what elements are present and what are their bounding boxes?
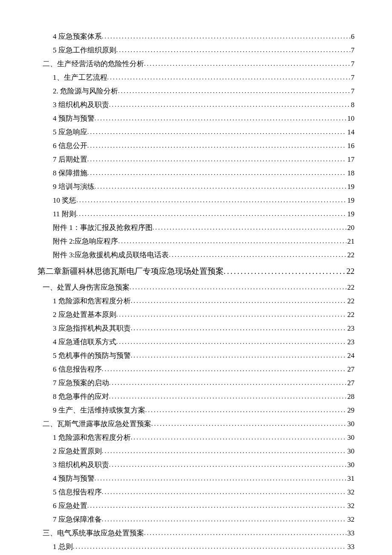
- toc-entry-title: 3 组织机构及职责: [53, 458, 109, 472]
- toc-entry-title: 4 应急预案体系: [53, 30, 102, 44]
- toc-entry[interactable]: 1 危险源和危害程度分析22: [37, 294, 355, 308]
- toc-entry[interactable]: 9 生产、生活维持或恢复方案29: [37, 404, 355, 417]
- toc-entry-page: 7: [350, 44, 355, 57]
- toc-entry-page: 31: [346, 472, 355, 485]
- toc-entry-page: 23: [346, 322, 355, 335]
- toc-entry-page: 33: [346, 540, 355, 554]
- toc-entry-title: 附件 1：事故汇报及抢救程序图: [53, 221, 153, 235]
- toc-entry-page: 19: [346, 194, 355, 207]
- toc-leader-dots: [95, 472, 346, 485]
- toc-entry-title: 8 保障措施: [53, 166, 87, 180]
- toc-entry[interactable]: 2 应急处置原则30: [37, 445, 355, 458]
- toc-entry-title: 4 应急通信联系方式: [53, 335, 116, 349]
- toc-entry[interactable]: 2 应急处置基本原则22: [37, 308, 355, 322]
- toc-leader-dots: [102, 513, 346, 526]
- toc-entry[interactable]: 7 应急保障准备32: [37, 513, 355, 526]
- toc-entry[interactable]: 三、电气系统事故应急处置预案 33: [37, 526, 355, 540]
- toc-entry[interactable]: 2. 危险源与风险分析 7: [37, 84, 355, 98]
- toc-entry[interactable]: 5 信息报告程序32: [37, 485, 355, 499]
- toc-entry-page: 16: [346, 139, 355, 153]
- toc-leader-dots: [131, 349, 346, 362]
- toc-entry-page: 17: [346, 153, 355, 166]
- toc-entry-title: 5 应急响应: [53, 125, 87, 139]
- toc-entry-title: 三、电气系统事故应急处置预案: [43, 526, 144, 540]
- toc-leader-dots: [151, 417, 346, 430]
- toc-entry[interactable]: 4 应急预案体系6: [37, 30, 355, 44]
- toc-entry-title: 7 后期处置: [53, 153, 87, 166]
- toc-leader-dots: [144, 526, 346, 540]
- toc-entry-page: 30: [346, 458, 355, 472]
- toc-entry[interactable]: 第二章新疆科林思德瓦斯电厂专项应急现场处置预案22: [37, 262, 355, 281]
- toc-leader-dots: [102, 30, 350, 43]
- toc-entry[interactable]: 7 后期处置17: [37, 153, 355, 166]
- toc-entry-title: 5 应急工作组织原则: [53, 44, 116, 57]
- toc-entry[interactable]: 8 保障措施18: [37, 166, 355, 180]
- toc-entry-page: 20: [346, 221, 355, 235]
- toc-entry-page: 22: [346, 248, 355, 262]
- toc-entry[interactable]: 4 预防与预警31: [37, 472, 355, 485]
- toc-leader-dots: [87, 166, 346, 180]
- toc-entry[interactable]: 3 组织机构及职责8: [37, 98, 355, 112]
- toc-leader-dots: [76, 194, 346, 207]
- toc-entry[interactable]: 附件 2:应急响应程序21: [37, 235, 355, 248]
- toc-entry-page: 22: [346, 308, 355, 322]
- toc-leader-dots: [116, 308, 346, 321]
- toc-entry-title: 3 应急指挥机构及其职责: [53, 322, 131, 335]
- toc-entry-page: 14: [346, 125, 355, 139]
- toc-entry[interactable]: 4 预防与预警10: [37, 112, 355, 125]
- toc-entry[interactable]: 6 信息报告程序27: [37, 363, 355, 376]
- toc-entry[interactable]: 一、处置人身伤害应急预案 22: [37, 281, 355, 294]
- toc-entry-page: 21: [346, 235, 355, 248]
- toc-entry[interactable]: 4 应急通信联系方式23: [37, 335, 355, 349]
- toc-entry-page: 24: [346, 349, 355, 363]
- toc-entry-title: 附件 3:应急救援机构成员联络电话表: [53, 248, 169, 262]
- toc-entry[interactable]: 5 应急响应14: [37, 125, 355, 139]
- toc-leader-dots: [109, 390, 346, 403]
- toc-leader-dots: [118, 84, 350, 98]
- toc-entry-page: 8: [350, 98, 355, 112]
- toc-entry-page: 7: [350, 57, 355, 71]
- toc-entry[interactable]: 1 危险源和危害程度分析30: [37, 431, 355, 445]
- toc-entry-title: 附件 2:应急响应程序: [53, 235, 118, 248]
- toc-leader-dots: [87, 153, 346, 166]
- toc-entry[interactable]: 二、瓦斯气泄露事故应急处置预案 30: [37, 417, 355, 431]
- toc-entry-page: 22: [346, 262, 355, 281]
- toc-leader-dots: [102, 363, 346, 376]
- toc-entry-title: 3 组织机构及职责: [53, 98, 109, 112]
- toc-entry-page: 7: [350, 71, 355, 84]
- toc-entry-page: 30: [346, 431, 355, 445]
- toc-entry-page: 32: [346, 499, 355, 513]
- toc-entry[interactable]: 5 应急工作组织原则7: [37, 44, 355, 57]
- toc-entry[interactable]: 附件 3:应急救援机构成员联络电话表22: [37, 248, 355, 262]
- toc-entry[interactable]: 3 组织机构及职责30: [37, 458, 355, 472]
- toc-leader-dots: [109, 376, 346, 389]
- toc-entry[interactable]: 11 附则19: [37, 207, 355, 221]
- toc-entry-page: 18: [346, 166, 355, 180]
- toc-entry[interactable]: 7 应急预案的启动27: [37, 376, 355, 390]
- toc-entry[interactable]: 10 奖惩19: [37, 194, 355, 207]
- toc-entry[interactable]: 附件 1：事故汇报及抢救程序图20: [37, 221, 355, 235]
- toc-entry-page: 19: [346, 207, 355, 221]
- toc-entry-title: 一、处置人身伤害应急预案: [43, 281, 130, 294]
- toc-entry-page: 28: [346, 390, 355, 404]
- toc-entry[interactable]: 二、生产经营活动的危险性分析 7: [37, 57, 355, 71]
- toc-entry-title: 6 信息报告程序: [53, 363, 102, 376]
- toc-entry[interactable]: 3 应急指挥机构及其职责23: [37, 322, 355, 335]
- toc-entry-title: 8 危急事件的应对: [53, 390, 109, 404]
- toc-entry[interactable]: 8 危急事件的应对28: [37, 390, 355, 404]
- toc-entry[interactable]: 5 危机事件的预防与预警24: [37, 349, 355, 363]
- toc-entry[interactable]: 1 总则33: [37, 540, 355, 554]
- toc-entry-page: 32: [346, 513, 355, 526]
- toc-leader-dots: [144, 57, 350, 70]
- toc-leader-dots: [116, 44, 350, 57]
- toc-entry[interactable]: 9 培训与演练19: [37, 180, 355, 194]
- toc-leader-dots: [116, 335, 346, 349]
- toc-entry-page: 30: [346, 417, 355, 431]
- toc-leader-dots: [95, 112, 346, 125]
- toc-entry-page: 23: [346, 335, 355, 349]
- toc-leader-dots: [109, 98, 350, 111]
- toc-entry[interactable]: 1、生产工艺流程 7: [37, 71, 355, 84]
- toc-entry[interactable]: 6 应急处置32: [37, 499, 355, 513]
- toc-entry[interactable]: 6 信息公开16: [37, 139, 355, 153]
- toc-entry-title: 1 危险源和危害程度分析: [53, 294, 131, 308]
